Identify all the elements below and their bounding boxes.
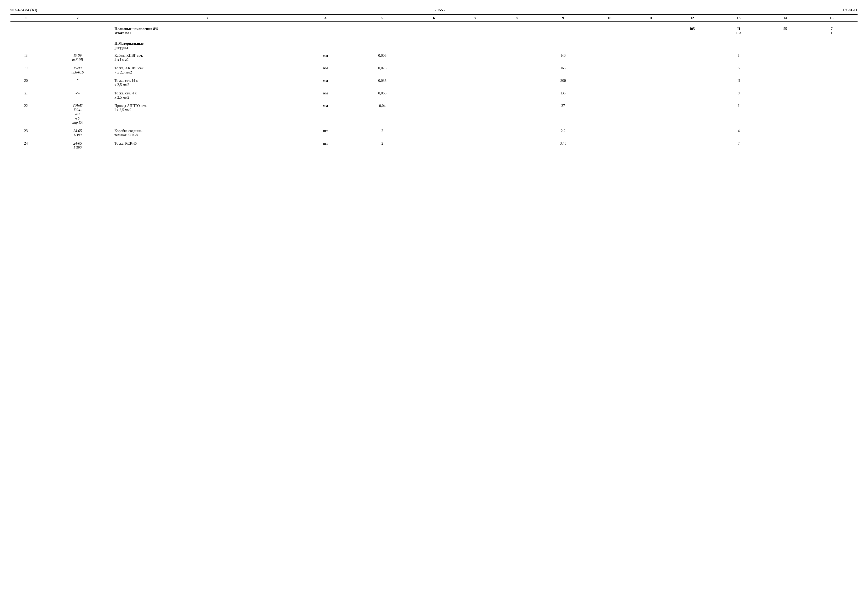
- totals-col10: [589, 24, 630, 37]
- totals-col1: [11, 24, 42, 37]
- totals-row: Плановые накопления 8% Итого по I I05 II…: [11, 24, 857, 37]
- col-header-1: 1: [11, 15, 42, 22]
- row-col15-18: [806, 51, 857, 64]
- table-row: 23 24-05 I-389 Коробка соедини- тельная …: [11, 127, 857, 139]
- row-col5-18: 0,005: [352, 51, 413, 64]
- row-num-18: I8: [11, 51, 42, 64]
- plan-nakopl-label: Плановые накопления 8%: [114, 27, 299, 31]
- row-num-24: 24: [11, 139, 42, 152]
- section-title-col3: П.Материальные ресурсы: [114, 39, 300, 51]
- row-col8-24: [496, 139, 537, 152]
- table-row: 20 -"- То же, сеч. I4 x x 2,5 мм2 мм 0,0…: [11, 77, 857, 89]
- col-header-9: 9: [537, 15, 589, 22]
- col-header-12: I2: [672, 15, 713, 22]
- row-col13-24: 7: [713, 139, 765, 152]
- fraction-denominator: I: [830, 31, 833, 35]
- totals-col14: 55: [765, 24, 806, 37]
- row-num-21: 2I: [11, 89, 42, 102]
- row-col10-23: [589, 127, 630, 139]
- row-col11-18: [630, 51, 672, 64]
- row-unit-20: мм: [300, 77, 352, 89]
- row-col11-20: [630, 77, 672, 89]
- row-col6-23: [413, 127, 455, 139]
- totals-col2: [42, 24, 114, 37]
- row-col9-24: 3,45: [537, 139, 589, 152]
- itogo-label: Итого по I: [114, 31, 299, 35]
- row-col13-23: 4: [713, 127, 765, 139]
- table-row: 22 СНиП IУ-4- -82 ч.У стр.I54 Провод АПП…: [11, 102, 857, 127]
- totals-col8: [496, 24, 537, 37]
- row-col8-22: [496, 102, 537, 127]
- row-col5-24: 2: [352, 139, 413, 152]
- section-title-col1: [11, 39, 42, 51]
- row-col9-19: I65: [537, 64, 589, 77]
- section-title-col2: [42, 39, 114, 51]
- col-header-7: 7: [455, 15, 496, 22]
- row-col8-20: [496, 77, 537, 89]
- row-col11-22: [630, 102, 672, 127]
- row-col6-18: [413, 51, 455, 64]
- totals-col13: II I53: [713, 24, 765, 37]
- main-table: 1 2 3 4 5 6 7 8 9 I0 II I2 I3 I4 I5 План…: [11, 14, 857, 152]
- row-col7-21: [455, 89, 496, 102]
- totals-col5: [352, 24, 413, 37]
- spacer-row-2: [11, 37, 857, 39]
- row-col13-22: I: [713, 102, 765, 127]
- header-left: 902-I-84.84 (XI): [11, 8, 37, 12]
- col-header-14: I4: [765, 15, 806, 22]
- row-desc-20: То же, сеч. I4 x x 2,5 мм2: [114, 77, 300, 89]
- row-col7-23: [455, 127, 496, 139]
- row-col12-18: [672, 51, 713, 64]
- row-col12-20: [672, 77, 713, 89]
- column-header-row: 1 2 3 4 5 6 7 8 9 I0 II I2 I3 I4 I5: [11, 15, 857, 22]
- row-col11-21: [630, 89, 672, 102]
- section-title: П.Материальные: [114, 42, 299, 46]
- row-col5-22: 0,04: [352, 102, 413, 127]
- col-header-8: 8: [496, 15, 537, 22]
- row-unit-23: шт: [300, 127, 352, 139]
- table-row: 24 24-05 I-390 То же, КСК-I6 шт 2 3,45 7: [11, 139, 857, 152]
- totals-col7: [455, 24, 496, 37]
- totals-col4: [300, 24, 352, 37]
- row-num-22: 22: [11, 102, 42, 127]
- row-col14-18: [765, 51, 806, 64]
- page-header: 902-I-84.84 (XI) - 155 - 19581-11: [11, 8, 857, 12]
- totals-col12: I05: [672, 24, 713, 37]
- row-col9-22: 37: [537, 102, 589, 127]
- totals-col11: [630, 24, 672, 37]
- row-col15-19: [806, 64, 857, 77]
- row-col10-24: [589, 139, 630, 152]
- row-col14-24: [765, 139, 806, 152]
- row-col15-20: [806, 77, 857, 89]
- section-subtitle: ресурсы: [114, 46, 299, 50]
- row-ref-20: -"-: [42, 77, 114, 89]
- row-desc-19: То же, АКПВГ сеч. 7 x 2,5 мм2: [114, 64, 300, 77]
- totals-col3: Плановые накопления 8% Итого по I: [114, 24, 300, 37]
- row-col8-21: [496, 89, 537, 102]
- row-col7-24: [455, 139, 496, 152]
- row-col10-20: [589, 77, 630, 89]
- row-col6-24: [413, 139, 455, 152]
- row-col10-22: [589, 102, 630, 127]
- totals-col15: 7 I: [806, 24, 857, 37]
- row-col12-24: [672, 139, 713, 152]
- row-col10-18: [589, 51, 630, 64]
- row-desc-24: То же, КСК-I6: [114, 139, 300, 152]
- row-col7-19: [455, 64, 496, 77]
- col-header-13: I3: [713, 15, 765, 22]
- row-desc-23: Коробка соедини- тельная КСК-8: [114, 127, 300, 139]
- col-header-6: 6: [413, 15, 455, 22]
- row-col7-20: [455, 77, 496, 89]
- row-col8-18: [496, 51, 537, 64]
- row-col12-22: [672, 102, 713, 127]
- row-col9-23: 2,2: [537, 127, 589, 139]
- row-col9-21: I35: [537, 89, 589, 102]
- row-col15-24: [806, 139, 857, 152]
- row-col7-22: [455, 102, 496, 127]
- row-col15-21: [806, 89, 857, 102]
- row-col9-18: I40: [537, 51, 589, 64]
- table-row: I8 I5-09 т.6-0II Кабель КПВГ сеч. 4 x I …: [11, 51, 857, 64]
- col-header-2: 2: [42, 15, 114, 22]
- row-unit-19: км: [300, 64, 352, 77]
- table-row: 2I -"- То же, сеч. 4 x x 2,5 мм2 км 0,06…: [11, 89, 857, 102]
